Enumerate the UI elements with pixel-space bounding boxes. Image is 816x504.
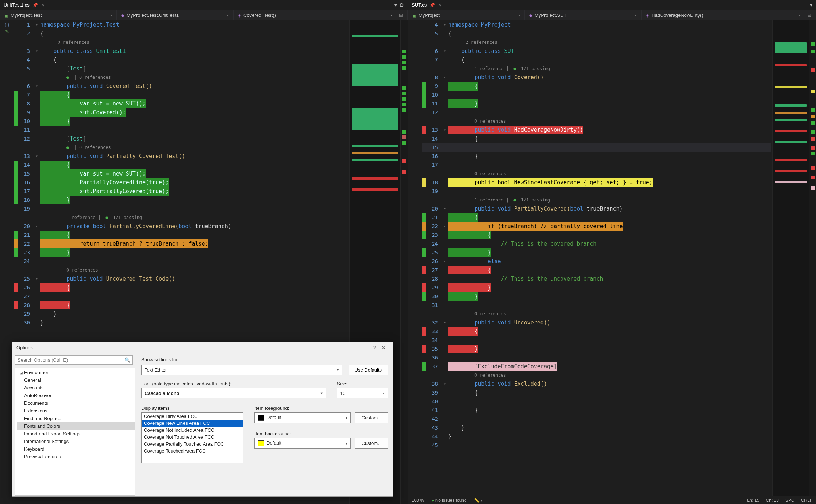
csharp-icon: ▣	[4, 13, 8, 18]
crumb-member[interactable]: ◈ HadCoverageNowDirty() ▾ ⊞	[642, 10, 816, 20]
show-settings-select[interactable]: Text Editor▾	[141, 365, 342, 375]
crumb-type[interactable]: ◆ MyProject.SUT ▾	[525, 10, 642, 20]
tree-item[interactable]: AutoRecover	[17, 392, 135, 399]
code-editor-right[interactable]: 4▾namespace MyProject 5{ 2 references 6▾…	[422, 20, 771, 504]
overview-strip-right[interactable]	[809, 20, 816, 504]
chevron-down-icon[interactable]: ▾	[394, 2, 397, 8]
pass-icon: ●	[105, 213, 108, 222]
status-zoom[interactable]: 100 %	[412, 498, 424, 503]
tree-item[interactable]: General	[17, 376, 135, 384]
use-defaults-button[interactable]: Use Defaults	[349, 365, 388, 375]
gear-icon[interactable]: ⚙	[399, 2, 404, 8]
split-icon[interactable]: ⊞	[399, 12, 403, 18]
tree-item-fonts-colors[interactable]: Fonts and Colors	[17, 422, 135, 430]
tree-item[interactable]: Documents	[17, 399, 135, 407]
fg-select[interactable]: Default▾	[254, 412, 351, 423]
tab-title: SUT.cs	[412, 2, 427, 8]
crumb-project[interactable]: ▣ MyProject.Test ▾	[0, 10, 117, 20]
tree-item[interactable]: Keyboard	[17, 445, 135, 453]
status-bar: 100 % ● No issues found 📏 ▾ Ln: 15 Ch: 1…	[408, 496, 816, 504]
search-icon: 🔍	[124, 357, 130, 363]
tab-title: UnitTest1.cs	[4, 2, 30, 8]
options-dialog: Options ? ✕ 🔍 ◢Environment General Accou…	[12, 342, 393, 497]
display-items-label: Display items:	[141, 405, 243, 411]
fg-custom-button[interactable]: Custom...	[355, 412, 388, 423]
brush-icon[interactable]: ✎	[5, 29, 9, 34]
close-icon[interactable]: ✕	[379, 345, 389, 350]
tree-item[interactable]: Find and Replace	[17, 415, 135, 422]
fg-label: Item foreground:	[254, 405, 388, 411]
bg-select[interactable]: Default▾	[254, 438, 351, 449]
list-item[interactable]: Coverage Not Included Area FCC	[142, 427, 243, 434]
tree-item[interactable]: Extensions	[17, 407, 135, 415]
crumb-type[interactable]: ◆ MyProject.Test.UnitTest1 ▾	[117, 10, 234, 20]
crumb-project[interactable]: ▣ MyProject ▾	[408, 10, 525, 20]
list-item[interactable]: Coverage Dirty Area FCC	[142, 413, 243, 420]
minimap-right[interactable]	[772, 20, 809, 504]
overview-strip-left[interactable]	[400, 20, 408, 504]
color-swatch-yellow	[258, 440, 264, 446]
show-settings-label: Show settings for:	[141, 357, 388, 362]
tree-item[interactable]: International Settings	[17, 438, 135, 445]
ruler-icon[interactable]: 📏 ▾	[474, 498, 483, 503]
method-icon: ◈	[238, 13, 241, 18]
display-items-list[interactable]: Coverage Dirty Area FCC Coverage New Lin…	[141, 412, 243, 463]
font-label: Font (bold type indicates fixed-width fo…	[141, 381, 326, 386]
namespace-icon: { }	[5, 22, 9, 27]
size-label: Size:	[337, 381, 388, 386]
chevron-down-icon: ▾	[799, 13, 801, 17]
search-options[interactable]: 🔍	[15, 355, 133, 365]
breadcrumb-right: ▣ MyProject ▾ ◆ MyProject.SUT ▾ ◈ HadCov…	[408, 10, 816, 20]
tab-sut[interactable]: SUT.cs 📌 ✕	[408, 0, 445, 10]
tree-root[interactable]: ◢Environment	[17, 369, 135, 376]
tree-item[interactable]: Preview Features	[17, 453, 135, 461]
tree-item[interactable]: Accounts	[17, 384, 135, 392]
options-tree[interactable]: ◢Environment General Accounts AutoRecove…	[15, 368, 135, 496]
class-icon: ◆	[121, 13, 124, 18]
method-icon: ◈	[646, 13, 649, 18]
close-icon[interactable]: ✕	[438, 3, 442, 8]
list-item[interactable]: Coverage Partially Touched Area FCC	[142, 440, 243, 447]
close-icon[interactable]: ✕	[41, 3, 45, 8]
breadcrumb-left: ▣ MyProject.Test ▾ ◆ MyProject.Test.Unit…	[0, 10, 408, 20]
tree-item[interactable]: Import and Export Settings	[17, 430, 135, 438]
split-icon[interactable]: ⊞	[807, 12, 811, 18]
status-spc[interactable]: SPC	[785, 498, 794, 503]
tab-row-right: SUT.cs 📌 ✕ ▾	[408, 0, 816, 10]
tab-unittest1[interactable]: UnitTest1.cs 📌 ✕	[0, 0, 48, 10]
chevron-down-icon: ▾	[390, 13, 392, 17]
pass-icon: ●	[513, 196, 516, 204]
font-select[interactable]: Cascadia Mono▾	[141, 388, 326, 398]
pass-icon: ●	[66, 73, 69, 82]
pin-icon[interactable]: 📌	[32, 3, 38, 8]
dialog-title: Options	[16, 345, 33, 350]
bg-custom-button[interactable]: Custom...	[355, 438, 388, 449]
help-icon[interactable]: ?	[370, 345, 379, 350]
class-icon: ◆	[529, 13, 532, 18]
csharp-icon: ▣	[412, 13, 416, 18]
pass-icon: ●	[66, 143, 69, 152]
bg-label: Item background:	[254, 431, 388, 436]
tab-row-left: UnitTest1.cs 📌 ✕ ▾ ⚙	[0, 0, 408, 10]
chevron-down-icon: ▾	[110, 13, 112, 17]
crumb-member[interactable]: ◈ Covered_Test() ▾ ⊞	[234, 10, 408, 20]
status-issues[interactable]: No issues found	[435, 498, 467, 503]
pin-icon[interactable]: 📌	[430, 3, 435, 8]
chevron-down-icon: ▾	[635, 13, 637, 17]
list-item[interactable]: Coverage Not Touched Area FCC	[142, 434, 243, 440]
ok-icon: ●	[431, 498, 434, 503]
search-input[interactable]	[18, 357, 124, 363]
list-item[interactable]: Coverage New Lines Area FCC	[142, 420, 243, 427]
chevron-down-icon: ▾	[518, 13, 520, 17]
size-select[interactable]: 10▾	[337, 388, 388, 398]
list-item[interactable]: Coverage Touched Area FCC	[142, 447, 243, 454]
status-ch[interactable]: Ch: 13	[766, 498, 779, 503]
pass-icon: ●	[513, 64, 516, 73]
chevron-down-icon[interactable]: ▾	[810, 2, 812, 8]
status-crlf[interactable]: CRLF	[801, 498, 812, 503]
status-ln[interactable]: Ln: 15	[747, 498, 759, 503]
chevron-down-icon: ▾	[227, 13, 229, 17]
color-swatch-black	[258, 415, 264, 421]
